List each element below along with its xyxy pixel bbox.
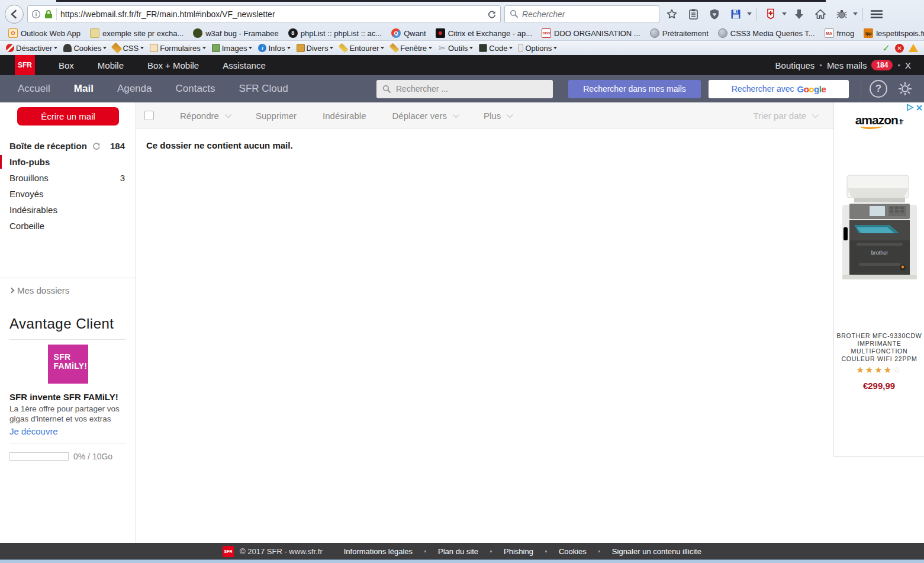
bookmark-outlook[interactable]: O Outlook Web App xyxy=(5,27,84,39)
sort-by-date-button[interactable]: Trier par date xyxy=(754,111,817,121)
bookmark-lespetitspois[interactable]: lpp lespetitspois.fr | ça me... xyxy=(860,27,924,39)
devbar-code[interactable]: Code xyxy=(477,43,515,54)
bookmark-qwant[interactable]: Q Qwant xyxy=(388,27,430,39)
shield-button[interactable] xyxy=(706,5,723,23)
settings-button[interactable] xyxy=(897,81,913,97)
footer-link-phishing[interactable]: Phishing xyxy=(504,547,533,556)
bookmark-frnog[interactable]: MA frnog xyxy=(821,27,858,39)
folder-inbox[interactable]: Boîte de réception 184 xyxy=(0,138,136,154)
nav-accueil[interactable]: Accueil xyxy=(18,83,50,95)
printer-image[interactable]: brother xyxy=(839,170,920,283)
reload-icon[interactable] xyxy=(487,9,497,19)
devbar-options[interactable]: Options xyxy=(516,43,559,54)
sfr-logo[interactable]: SFR xyxy=(15,55,35,75)
select-all-checkbox[interactable] xyxy=(144,111,154,120)
search-google-button[interactable]: Rechercher avec Google xyxy=(709,80,849,98)
bookmark-pretraitement[interactable]: Prétraitement xyxy=(646,27,712,39)
nav-agenda[interactable]: Agenda xyxy=(117,83,152,95)
junk-button[interactable]: Indésirable xyxy=(323,111,366,121)
topbar-boutiques[interactable]: Boutiques xyxy=(775,60,815,70)
folder-envoyes[interactable]: Envoyés xyxy=(0,186,136,202)
back-button[interactable] xyxy=(5,5,24,24)
site-info-icon[interactable] xyxy=(31,9,41,19)
folder-indesirables[interactable]: Indésirables xyxy=(0,202,136,218)
save-page-button[interactable] xyxy=(727,5,745,23)
error-icon[interactable]: ✕ xyxy=(895,44,904,53)
save-dropdown-caret[interactable] xyxy=(747,12,752,15)
bookmark-ddo[interactable]: DDO DDO ORGANISATION ... xyxy=(538,27,644,39)
nav-sfr-cloud[interactable]: SFR Cloud xyxy=(239,83,288,95)
ad-rating-stars[interactable]: ★★★★☆ xyxy=(834,365,924,375)
compose-button[interactable]: Écrire un mail xyxy=(17,107,119,126)
browser-search-bar[interactable]: Rechercher xyxy=(504,5,659,23)
devbar-fenetre[interactable]: Fenêtre xyxy=(388,43,434,54)
footer-link-report[interactable]: Signaler un contenu illicite xyxy=(612,547,701,556)
bookmark-css3-media[interactable]: CSS3 Media Queries T... xyxy=(714,27,819,39)
search-mails-button[interactable]: Rechercher dans mes mails xyxy=(568,80,701,98)
devbar-entourer[interactable]: Entourer xyxy=(337,43,387,54)
nav-contacts[interactable]: Contacts xyxy=(176,83,215,95)
footer-link-cookies[interactable]: Cookies xyxy=(559,547,587,556)
reply-button[interactable]: Répondre xyxy=(180,111,230,121)
topbar-close[interactable]: X xyxy=(905,60,911,70)
move-to-button[interactable]: Déplacer vers xyxy=(392,111,458,121)
adchoices-icon[interactable] xyxy=(906,104,914,111)
my-folders-toggle[interactable]: Mes dossiers xyxy=(0,278,136,303)
devbar-divers[interactable]: Divers xyxy=(294,43,336,54)
folder-corbeille[interactable]: Corbeille xyxy=(0,218,136,234)
folder-label: Boîte de réception xyxy=(9,141,87,151)
topbar-item-mobile[interactable]: Mobile xyxy=(98,60,124,70)
footer-link-legal[interactable]: Informations légales xyxy=(344,547,413,556)
menu-button[interactable] xyxy=(868,5,886,23)
topbar-right: Boutiques • Mes mails 184 • X xyxy=(775,60,911,70)
addon-dropdown-caret[interactable] xyxy=(782,12,787,15)
topbar-mes-mails[interactable]: Mes mails xyxy=(827,60,867,70)
devbar-desactiver[interactable]: Désactiver xyxy=(4,43,60,54)
nav-mail[interactable]: Mail xyxy=(74,83,94,95)
refresh-icon[interactable] xyxy=(92,141,101,151)
sfr-family-logo[interactable]: SFR FAMiLY! xyxy=(48,345,88,384)
valid-check-icon[interactable]: ✓ xyxy=(883,43,890,54)
home-button[interactable] xyxy=(812,5,829,23)
bookmarks-panel-button[interactable] xyxy=(684,5,702,23)
devbar-images[interactable]: Images xyxy=(210,43,255,54)
topbar-item-box-mobile[interactable]: Box + Mobile xyxy=(147,60,199,70)
ad-close-icon[interactable] xyxy=(916,104,923,111)
devbar-outils[interactable]: ✂ Outils xyxy=(436,43,475,54)
footer-link-sitemap[interactable]: Plan du site xyxy=(438,547,478,556)
folder-info-pubs[interactable]: Info-pubs xyxy=(0,154,136,170)
devbar-css[interactable]: CSS xyxy=(110,43,146,54)
google-logo: Google xyxy=(797,84,826,94)
ad-price[interactable]: €299,99 xyxy=(834,381,924,391)
delete-button[interactable]: Supprimer xyxy=(256,111,297,121)
promo-link[interactable]: Je découvre xyxy=(9,426,58,436)
ad-panel[interactable]: amazon.fr brother BROTHER MFC-9330CDW IM… xyxy=(833,102,924,457)
bug-dropdown-caret[interactable] xyxy=(853,12,858,15)
devbar-label: Images xyxy=(222,44,247,53)
help-button[interactable]: ? xyxy=(870,80,887,98)
topbar-item-assistance[interactable]: Assistance xyxy=(223,60,266,70)
topbar-item-box[interactable]: Box xyxy=(59,60,74,70)
amazon-logo-wrap[interactable]: amazon.fr xyxy=(834,113,924,127)
url-bar[interactable]: https://webmail.sfr.fr/fr_FR/main.html#i… xyxy=(27,5,501,23)
clipboard-form-icon xyxy=(150,44,158,52)
devbar-cookies[interactable]: Cookies xyxy=(61,43,109,54)
bookmark-phplist[interactable]: 8 phpList :: phpList :: ac... xyxy=(285,27,385,39)
folder-brouillons[interactable]: Brouillons 3 xyxy=(0,170,136,186)
bookmark-citrix[interactable]: Citrix et Exchange - ap... xyxy=(432,27,536,39)
bookmark-star-button[interactable] xyxy=(663,5,681,23)
bookmark-w3af[interactable]: w3af bug - Framabee xyxy=(189,27,282,39)
devbar-infos[interactable]: i Infos xyxy=(256,43,292,54)
move-to-label: Déplacer vers xyxy=(392,111,447,121)
bookmark-folder-exemple[interactable]: exemple site pr excha... xyxy=(86,27,187,39)
warning-icon[interactable] xyxy=(909,44,918,52)
ad-product-title[interactable]: BROTHER MFC-9330CDW IMPRIMANTE MULTIFONC… xyxy=(836,332,922,363)
addon-health-button[interactable] xyxy=(762,5,780,23)
devbar-formulaires[interactable]: Formulaires xyxy=(147,43,208,54)
bug-report-button[interactable] xyxy=(833,5,851,23)
downloads-button[interactable] xyxy=(790,5,808,23)
more-button[interactable]: Plus xyxy=(484,111,511,121)
url-text[interactable]: https://webmail.sfr.fr/fr_FR/main.html#i… xyxy=(60,9,484,19)
folder-count: 3 xyxy=(120,173,125,183)
mail-search-input[interactable]: Rechercher ... xyxy=(376,80,553,98)
